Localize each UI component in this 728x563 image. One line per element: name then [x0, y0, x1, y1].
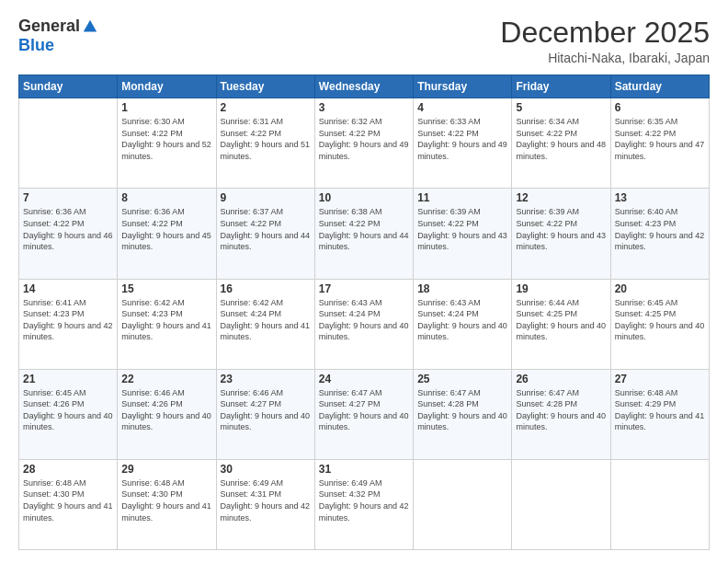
day-number: 12	[516, 191, 606, 204]
calendar-cell: 26Sunrise: 6:47 AMSunset: 4:28 PMDayligh…	[512, 369, 610, 459]
header-thursday: Thursday	[414, 75, 512, 98]
day-info: Sunrise: 6:43 AMSunset: 4:24 PMDaylight:…	[319, 297, 409, 343]
day-info: Sunrise: 6:31 AMSunset: 4:22 PMDaylight:…	[221, 116, 311, 162]
day-number: 28	[23, 463, 113, 476]
day-number: 13	[615, 191, 705, 204]
calendar-cell: 23Sunrise: 6:46 AMSunset: 4:27 PMDayligh…	[216, 369, 314, 459]
calendar-table: Sunday Monday Tuesday Wednesday Thursday…	[18, 75, 710, 550]
day-info: Sunrise: 6:48 AMSunset: 4:29 PMDaylight:…	[615, 387, 705, 433]
day-number: 5	[516, 101, 606, 114]
header-sunday: Sunday	[19, 75, 118, 98]
day-info: Sunrise: 6:43 AMSunset: 4:24 PMDaylight:…	[417, 297, 507, 343]
calendar-cell: 27Sunrise: 6:48 AMSunset: 4:29 PMDayligh…	[610, 369, 709, 459]
day-number: 3	[319, 101, 409, 114]
calendar-cell: 22Sunrise: 6:46 AMSunset: 4:26 PMDayligh…	[118, 369, 216, 459]
calendar-cell: 31Sunrise: 6:49 AMSunset: 4:32 PMDayligh…	[314, 459, 413, 549]
calendar-cell: 19Sunrise: 6:44 AMSunset: 4:25 PMDayligh…	[512, 279, 610, 369]
day-info: Sunrise: 6:45 AMSunset: 4:25 PMDaylight:…	[615, 297, 705, 343]
day-number: 1	[121, 101, 211, 114]
calendar-cell: 1Sunrise: 6:30 AMSunset: 4:22 PMDaylight…	[118, 98, 216, 189]
day-number: 27	[615, 373, 705, 385]
day-number: 14	[23, 282, 113, 295]
day-info: Sunrise: 6:49 AMSunset: 4:31 PMDaylight:…	[221, 477, 311, 523]
day-number: 2	[221, 101, 311, 114]
day-number: 22	[121, 373, 211, 385]
day-number: 6	[615, 101, 705, 114]
day-number: 9	[221, 191, 311, 204]
calendar-cell: 20Sunrise: 6:45 AMSunset: 4:25 PMDayligh…	[610, 279, 709, 369]
header: General Blue December 2025 Hitachi-Naka,…	[18, 17, 710, 65]
calendar-cell: 11Sunrise: 6:39 AMSunset: 4:22 PMDayligh…	[414, 189, 512, 279]
header-wednesday: Wednesday	[314, 75, 413, 98]
month-title: December 2025	[500, 17, 710, 49]
calendar-cell	[19, 98, 118, 189]
weekday-header-row: Sunday Monday Tuesday Wednesday Thursday…	[19, 75, 710, 98]
day-info: Sunrise: 6:34 AMSunset: 4:22 PMDaylight:…	[516, 116, 606, 162]
day-info: Sunrise: 6:44 AMSunset: 4:25 PMDaylight:…	[516, 297, 606, 343]
calendar-week-row: 28Sunrise: 6:48 AMSunset: 4:30 PMDayligh…	[19, 459, 710, 549]
day-number: 23	[221, 373, 311, 385]
calendar-cell: 18Sunrise: 6:43 AMSunset: 4:24 PMDayligh…	[414, 279, 512, 369]
calendar-cell: 17Sunrise: 6:43 AMSunset: 4:24 PMDayligh…	[314, 279, 413, 369]
day-number: 30	[221, 463, 311, 476]
day-number: 18	[417, 282, 507, 295]
calendar-cell: 4Sunrise: 6:33 AMSunset: 4:22 PMDaylight…	[414, 98, 512, 189]
calendar-cell: 25Sunrise: 6:47 AMSunset: 4:28 PMDayligh…	[414, 369, 512, 459]
day-info: Sunrise: 6:48 AMSunset: 4:30 PMDaylight:…	[121, 477, 211, 523]
day-number: 26	[516, 373, 606, 385]
calendar-cell: 29Sunrise: 6:48 AMSunset: 4:30 PMDayligh…	[118, 459, 216, 549]
calendar-cell: 21Sunrise: 6:45 AMSunset: 4:26 PMDayligh…	[19, 369, 118, 459]
day-number: 20	[615, 282, 705, 295]
day-number: 11	[417, 191, 507, 204]
day-info: Sunrise: 6:36 AMSunset: 4:22 PMDaylight:…	[121, 206, 211, 252]
day-info: Sunrise: 6:36 AMSunset: 4:22 PMDaylight:…	[23, 206, 113, 252]
calendar-cell	[610, 459, 709, 549]
calendar-week-row: 7Sunrise: 6:36 AMSunset: 4:22 PMDaylight…	[19, 189, 710, 279]
header-tuesday: Tuesday	[216, 75, 314, 98]
day-info: Sunrise: 6:46 AMSunset: 4:26 PMDaylight:…	[121, 387, 211, 433]
calendar-cell: 6Sunrise: 6:35 AMSunset: 4:22 PMDaylight…	[610, 98, 709, 189]
day-number: 16	[221, 282, 311, 295]
day-info: Sunrise: 6:38 AMSunset: 4:22 PMDaylight:…	[319, 206, 409, 252]
calendar-cell: 8Sunrise: 6:36 AMSunset: 4:22 PMDaylight…	[118, 189, 216, 279]
day-number: 21	[23, 373, 113, 385]
day-number: 29	[121, 463, 211, 476]
calendar-cell: 14Sunrise: 6:41 AMSunset: 4:23 PMDayligh…	[19, 279, 118, 369]
calendar-cell: 3Sunrise: 6:32 AMSunset: 4:22 PMDaylight…	[314, 98, 413, 189]
header-saturday: Saturday	[610, 75, 709, 98]
day-info: Sunrise: 6:42 AMSunset: 4:24 PMDaylight:…	[221, 297, 311, 343]
logo-icon	[82, 18, 98, 35]
day-number: 19	[516, 282, 606, 295]
day-info: Sunrise: 6:35 AMSunset: 4:22 PMDaylight:…	[615, 116, 705, 162]
day-info: Sunrise: 6:47 AMSunset: 4:28 PMDaylight:…	[516, 387, 606, 433]
day-info: Sunrise: 6:37 AMSunset: 4:22 PMDaylight:…	[221, 206, 311, 252]
calendar-cell	[512, 459, 610, 549]
calendar-cell	[414, 459, 512, 549]
day-number: 7	[23, 191, 113, 204]
day-info: Sunrise: 6:46 AMSunset: 4:27 PMDaylight:…	[221, 387, 311, 433]
day-info: Sunrise: 6:47 AMSunset: 4:28 PMDaylight:…	[417, 387, 507, 433]
header-friday: Friday	[512, 75, 610, 98]
day-info: Sunrise: 6:39 AMSunset: 4:22 PMDaylight:…	[417, 206, 507, 252]
calendar-week-row: 14Sunrise: 6:41 AMSunset: 4:23 PMDayligh…	[19, 279, 710, 369]
calendar-cell: 9Sunrise: 6:37 AMSunset: 4:22 PMDaylight…	[216, 189, 314, 279]
day-number: 15	[121, 282, 211, 295]
calendar-cell: 5Sunrise: 6:34 AMSunset: 4:22 PMDaylight…	[512, 98, 610, 189]
day-info: Sunrise: 6:48 AMSunset: 4:30 PMDaylight:…	[23, 477, 113, 523]
day-info: Sunrise: 6:30 AMSunset: 4:22 PMDaylight:…	[121, 116, 211, 162]
calendar-cell: 15Sunrise: 6:42 AMSunset: 4:23 PMDayligh…	[118, 279, 216, 369]
day-info: Sunrise: 6:33 AMSunset: 4:22 PMDaylight:…	[417, 116, 507, 162]
day-info: Sunrise: 6:40 AMSunset: 4:23 PMDaylight:…	[615, 206, 705, 252]
calendar-page: General Blue December 2025 Hitachi-Naka,…	[0, 0, 728, 563]
day-info: Sunrise: 6:42 AMSunset: 4:23 PMDaylight:…	[121, 297, 211, 343]
logo-blue-text: Blue	[18, 36, 54, 55]
calendar-cell: 10Sunrise: 6:38 AMSunset: 4:22 PMDayligh…	[314, 189, 413, 279]
header-monday: Monday	[118, 75, 216, 98]
day-number: 10	[319, 191, 409, 204]
location-text: Hitachi-Naka, Ibaraki, Japan	[500, 51, 710, 65]
day-number: 17	[319, 282, 409, 295]
logo-general-text: General	[18, 17, 80, 36]
day-number: 24	[319, 373, 409, 385]
title-block: December 2025 Hitachi-Naka, Ibaraki, Jap…	[500, 17, 710, 65]
day-info: Sunrise: 6:49 AMSunset: 4:32 PMDaylight:…	[319, 477, 409, 523]
